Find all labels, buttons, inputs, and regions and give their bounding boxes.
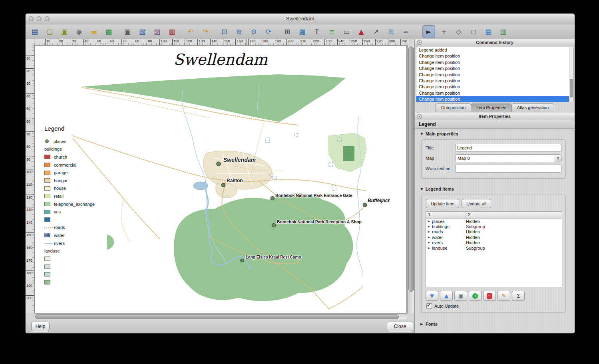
history-item[interactable]: Change item position [416,84,573,90]
close-panel-icon[interactable]: × [417,40,422,45]
help-button[interactable]: Help [31,322,50,331]
canvas-vertical-scrollbar[interactable] [407,45,414,313]
redo-icon[interactable]: ↷ [199,26,211,38]
legend-tree-row[interactable]: ▶ roads Hidden [426,229,562,235]
expand-triangle-icon[interactable]: ▶ [426,247,432,250]
legend-tree-row[interactable]: ▶ places Hidden [426,219,562,224]
export-pdf-icon[interactable]: ▥ [166,26,178,38]
history-scrollbar-thumb[interactable] [570,79,573,97]
history-item[interactable]: Change item position [416,78,573,84]
move-item-up-button[interactable]: ▲ [440,291,453,301]
print-icon[interactable]: ▣ [121,26,133,38]
history-item[interactable]: Change item position [416,66,573,72]
tab[interactable]: Composition [436,103,471,112]
title-input[interactable] [455,144,561,152]
add-table-icon[interactable]: ⊞ [385,26,397,38]
column-header[interactable]: 2 [466,212,562,218]
column-header[interactable]: 1 [426,212,466,218]
canvas-horizontal-scrollbar[interactable] [34,313,407,319]
toolbar-button[interactable] [414,26,418,38]
zoom-full-icon[interactable]: ⊡ [218,26,230,38]
update-item-button[interactable]: Update item [426,199,459,208]
auto-update-checkbox[interactable] [426,303,432,309]
zoom-window-button[interactable] [45,16,50,21]
add-arrow-icon[interactable]: ↗ [370,26,382,38]
close-panel-icon[interactable]: × [417,114,422,119]
expand-triangle-icon[interactable]: ▶ [426,236,432,239]
tab[interactable]: Atlas generation [511,103,555,112]
save-project-icon[interactable]: ▤ [29,26,41,38]
copy-item-button[interactable]: ▣ [454,291,467,301]
vertical-scrollbar-thumb[interactable] [408,46,414,292]
save-template-icon[interactable]: ▦ [103,26,115,38]
horizontal-scrollbar-thumb[interactable] [35,314,399,319]
new-composition-icon[interactable]: ▢ [44,26,56,38]
stepper-icon[interactable]: ▲▼ [555,155,561,162]
add-item-button[interactable]: + [469,291,482,301]
map-title-item[interactable]: Swellendam [35,51,406,68]
toolbar-button[interactable] [214,26,218,38]
history-item[interactable]: Change item position [416,60,573,66]
select-move-item-icon[interactable]: ► [422,25,435,38]
open-template-icon[interactable]: ▬ [88,26,100,38]
history-scrollbar[interactable] [569,47,573,102]
remove-item-button[interactable]: − [483,291,496,301]
legend-tree-row[interactable]: ▶ water Hidden [426,235,562,240]
composer-manager-icon[interactable]: ◉ [73,26,85,38]
toolbar-button[interactable] [181,26,185,38]
align-items-icon[interactable]: ▥ [497,26,509,38]
expand-triangle-icon[interactable]: ▶ [426,220,432,223]
history-item[interactable]: Change item position [416,53,573,59]
add-html-icon[interactable]: ≈ [400,26,412,38]
duplicate-composition-icon[interactable]: ▣ [58,26,70,38]
action-icon: − [487,293,492,299]
item-options-icon[interactable]: ◻ [468,26,480,38]
tab[interactable]: Item Properties [471,103,512,112]
undo-icon[interactable]: ↶ [185,26,197,38]
edit-nodes-icon[interactable]: ◇ [453,26,465,38]
toolbar-icon: ▤ [32,28,38,35]
move-item-content-icon[interactable]: + [438,26,450,38]
toolbar-button[interactable] [117,26,121,38]
legend-items-disclosure[interactable]: ▼ Legend items [420,187,454,191]
main-properties-disclosure[interactable]: ▼ Main properties [420,131,458,136]
refresh-icon[interactable]: ⟳ [263,26,275,38]
history-item[interactable]: Change item position [416,90,573,96]
add-image-icon[interactable]: ▦ [296,26,308,38]
add-legend-icon[interactable]: ≡ [326,26,338,38]
history-item[interactable]: Change item position [416,72,573,78]
add-label-icon[interactable]: T [311,26,323,38]
composer-page[interactable]: Swellendam Swellendam Railton Bontebok N… [34,46,407,313]
legend-tree-row[interactable]: ▶ buildings Subgroup [426,224,562,229]
expand-triangle-icon[interactable]: ▶ [426,230,432,233]
wrap-text-input[interactable] [455,165,561,173]
expand-triangle-icon[interactable]: ▶ [426,225,432,228]
add-shape-icon[interactable]: ▲ [355,26,367,38]
expand-triangle-icon[interactable]: ▶ [426,241,432,244]
export-svg-icon[interactable]: ▨ [151,26,163,38]
close-window-button[interactable] [29,16,34,21]
edit-item-button[interactable]: ✎ [498,291,510,301]
history-item[interactable]: Change item position [416,96,573,102]
composer-canvas[interactable]: Swellendam Swellendam Railton Bontebok N… [34,45,407,313]
count-features-button[interactable]: Σ [512,291,525,301]
legend-item[interactable]: Legend places buildings [44,125,116,286]
close-button[interactable]: Close [387,322,413,331]
legend-tree-row[interactable]: ▶ rivers Hidden [426,240,562,245]
map-place-label: Bontebok National Park Reception & Shop [277,219,362,224]
export-image-icon[interactable]: ▧ [136,26,148,38]
move-item-down-button[interactable]: ▼ [426,291,438,301]
map-select[interactable]: Map 0 ▲▼ [455,154,561,162]
toolbar-button[interactable] [418,26,422,38]
zoom-in-icon[interactable]: ⊕ [233,26,245,38]
add-map-icon[interactable]: ⊞ [281,26,293,38]
minimize-window-button[interactable] [37,16,42,21]
update-all-button[interactable]: Update all [462,199,491,208]
history-item[interactable]: Legend added [416,47,573,53]
zoom-out-icon[interactable]: ⊖ [248,26,260,38]
legend-tree-row[interactable]: ▶ landuse Subgroup [426,245,562,251]
fonts-disclosure[interactable]: ▶ Fonts [420,322,438,326]
add-scalebar-icon[interactable]: ▭ [340,26,352,38]
toolbar-button[interactable] [277,26,281,38]
raise-items-icon[interactable]: ▤ [482,26,494,38]
